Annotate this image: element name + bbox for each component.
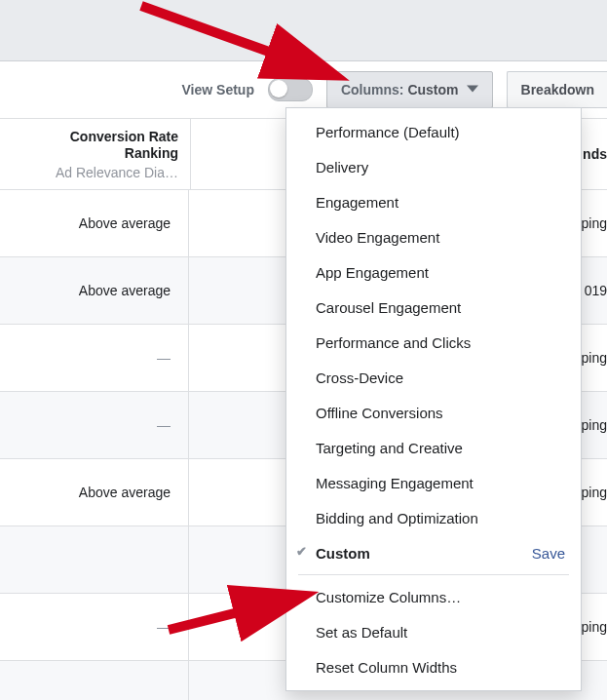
dropdown-item[interactable]: Cross-Device (286, 360, 581, 395)
dropdown-action[interactable]: Reset Column Widths (286, 649, 581, 684)
save-preset-link[interactable]: Save (532, 545, 565, 562)
dropdown-item[interactable]: Delivery (286, 149, 581, 184)
dropdown-item-label: App Engagement (316, 264, 429, 281)
dropdown-action[interactable]: Set as Default (286, 614, 581, 649)
dropdown-item-label: Cross-Device (316, 369, 403, 386)
dropdown-item-label: Delivery (316, 159, 368, 175)
dropdown-item[interactable]: Messaging Engagement (286, 465, 581, 500)
columns-button-value: Custom (407, 82, 458, 97)
dropdown-item-label: Custom (316, 545, 370, 562)
dropdown-action-label: Set as Default (316, 624, 407, 641)
dropdown-item-label: Video Engagement (316, 229, 439, 246)
breakdown-button[interactable]: Breakdown (507, 71, 607, 108)
dropdown-action[interactable]: Customize Columns… (286, 579, 581, 614)
dropdown-item-label: Offline Conversions (316, 405, 443, 421)
dropdown-item-label: Performance and Clicks (316, 334, 471, 351)
dropdown-divider (298, 574, 569, 575)
cell-conversion-rate-ranking: — (0, 594, 189, 660)
cell-conversion-rate-ranking: Above average (0, 459, 189, 525)
dropdown-item[interactable]: Performance (Default) (286, 114, 581, 149)
dropdown-item[interactable]: Engagement (286, 184, 581, 219)
view-setup-label: View Setup (182, 82, 254, 97)
cell-conversion-rate-ranking (0, 526, 189, 593)
col-header-line2: Ranking (125, 145, 178, 163)
dropdown-item[interactable]: Offline Conversions (286, 395, 581, 430)
dropdown-item-custom[interactable]: ✔ Custom Save (286, 535, 581, 570)
col-right-label: nds (583, 146, 607, 162)
caret-down-icon (467, 82, 478, 97)
col-header-sub: Ad Relevance Dia… (56, 165, 178, 180)
dropdown-action-label: Reset Column Widths (316, 659, 457, 676)
dropdown-item-label: Carousel Engagement (316, 299, 461, 316)
dropdown-item[interactable]: Performance and Clicks (286, 325, 581, 360)
toggle-knob (270, 80, 287, 97)
dropdown-item[interactable]: App Engagement (286, 254, 581, 290)
col-conversion-rate-ranking[interactable]: Conversion Rate Ranking Ad Relevance Dia… (0, 119, 191, 189)
dropdown-item[interactable]: Carousel Engagement (286, 290, 581, 325)
cell-conversion-rate-ranking: — (0, 325, 189, 391)
cell-conversion-rate-ranking: Above average (0, 190, 189, 256)
dropdown-item[interactable]: Targeting and Creative (286, 430, 581, 465)
dropdown-item[interactable]: Bidding and Optimization (286, 500, 581, 535)
columns-dropdown: Performance (Default)DeliveryEngagementV… (285, 107, 582, 691)
columns-button[interactable]: Columns: Custom (326, 71, 493, 108)
view-setup-toggle[interactable] (268, 78, 313, 101)
dropdown-item-label: Messaging Engagement (316, 475, 474, 491)
breakdown-label: Breakdown (521, 82, 594, 97)
dropdown-item-label: Bidding and Optimization (316, 510, 478, 526)
cell-conversion-rate-ranking (0, 661, 189, 700)
dropdown-item-label: Targeting and Creative (316, 440, 463, 456)
cell-conversion-rate-ranking: Above average (0, 257, 189, 324)
cell-conversion-rate-ranking: — (0, 392, 189, 458)
dropdown-item-label: Performance (Default) (316, 124, 460, 140)
dropdown-item[interactable]: Video Engagement (286, 219, 581, 254)
check-icon: ✔ (296, 544, 307, 559)
columns-button-prefix: Columns: (341, 82, 407, 97)
top-strip (0, 0, 607, 61)
dropdown-action-label: Customize Columns… (316, 589, 461, 605)
col-header-line1: Conversion Rate (70, 129, 178, 146)
dropdown-item-label: Engagement (316, 194, 398, 211)
